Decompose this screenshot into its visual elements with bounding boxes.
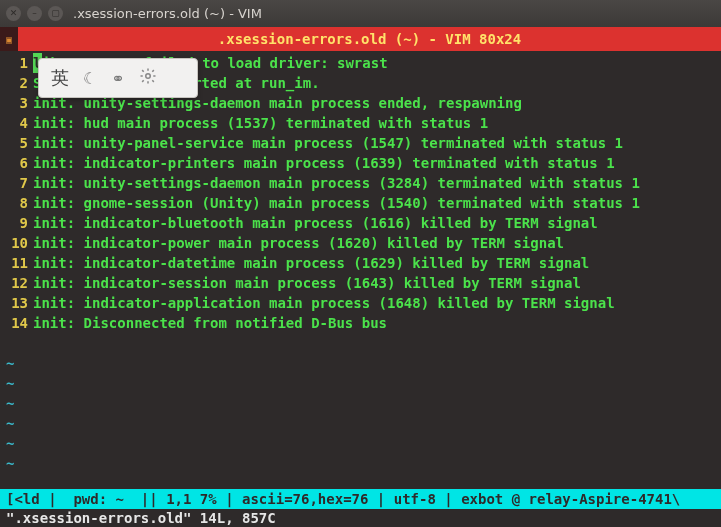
close-icon[interactable]: ✕ xyxy=(6,6,21,21)
tabline-title: .xsession-errors.old (~) - VIM 80x24 xyxy=(18,27,721,51)
line-number: 3 xyxy=(6,93,28,113)
editor-line: 8init: gnome-session (Unity) main proces… xyxy=(6,193,715,213)
moon-icon[interactable]: ☾ xyxy=(83,69,97,88)
line-number: 9 xyxy=(6,213,28,233)
line-text: init: Disconnected from notified D-Bus b… xyxy=(33,313,387,333)
line-number: 10 xyxy=(6,233,28,253)
link-icon[interactable]: ⚭ xyxy=(111,69,124,88)
line-text: init: gnome-session (Unity) main process… xyxy=(33,193,640,213)
window-titlebar: ✕ – ▢ .xsession-errors.old (~) - VIM xyxy=(0,0,721,27)
tilde-icon: ~ xyxy=(6,353,14,373)
tilde-icon: ~ xyxy=(6,393,14,413)
editor-line: 4init: hud main process (1537) terminate… xyxy=(6,113,715,133)
tilde-icon: ~ xyxy=(6,453,14,473)
line-text: init: indicator-printers main process (1… xyxy=(33,153,615,173)
line-number: 7 xyxy=(6,173,28,193)
empty-line: ~ xyxy=(6,453,715,473)
empty-line: ~ xyxy=(6,393,715,413)
window-title: .xsession-errors.old (~) - VIM xyxy=(73,6,262,21)
line-number: 6 xyxy=(6,153,28,173)
editor-line: 13init: indicator-application main proce… xyxy=(6,293,715,313)
line-text: init: indicator-application main process… xyxy=(33,293,615,313)
line-text: init: indicator-session main process (16… xyxy=(33,273,581,293)
editor-line: 10init: indicator-power main process (16… xyxy=(6,233,715,253)
editor-line: 9init: indicator-bluetooth main process … xyxy=(6,213,715,233)
tilde-icon: ~ xyxy=(6,433,14,453)
editor-line: 6init: indicator-printers main process (… xyxy=(6,153,715,173)
tilde-icon: ~ xyxy=(6,413,14,433)
line-number: 14 xyxy=(6,313,28,333)
line-number: 13 xyxy=(6,293,28,313)
line-number: 4 xyxy=(6,113,28,133)
empty-line: ~ xyxy=(6,353,715,373)
tilde-icon: ~ xyxy=(6,373,14,393)
empty-line: ~ xyxy=(6,413,715,433)
line-number: 8 xyxy=(6,193,28,213)
empty-line: ~ xyxy=(6,373,715,393)
editor-area[interactable]: 1libGL error: failed to load driver: swr… xyxy=(0,51,721,489)
line-number: 12 xyxy=(6,273,28,293)
ime-language-indicator[interactable]: 英 xyxy=(51,66,69,90)
tabline-indicator: ▣ xyxy=(0,27,18,51)
line-number: 11 xyxy=(6,253,28,273)
minimize-icon[interactable]: – xyxy=(27,6,42,21)
empty-line: ~ xyxy=(6,433,715,453)
maximize-icon[interactable]: ▢ xyxy=(48,6,63,21)
editor-line: 11init: indicator-datetime main process … xyxy=(6,253,715,273)
editor-line: 5init: unity-panel-service main process … xyxy=(6,133,715,153)
line-text: init: indicator-power main process (1620… xyxy=(33,233,564,253)
line-text: init: hud main process (1537) terminated… xyxy=(33,113,488,133)
gear-icon[interactable] xyxy=(139,67,157,89)
line-text: init: indicator-bluetooth main process (… xyxy=(33,213,598,233)
status-line: [<ld | pwd: ~ || 1,1 7% | ascii=76,hex=7… xyxy=(0,489,721,509)
line-text: init: indicator-datetime main process (1… xyxy=(33,253,589,273)
editor-line: 12init: indicator-session main process (… xyxy=(6,273,715,293)
vim-tabline: ▣ .xsession-errors.old (~) - VIM 80x24 xyxy=(0,27,721,51)
line-number: 2 xyxy=(6,73,28,93)
line-text: init: unity-settings-daemon main process… xyxy=(33,173,640,193)
svg-point-0 xyxy=(146,74,151,79)
ime-toolbar[interactable]: 英 ☾ ⚭ xyxy=(38,58,198,98)
line-number: 5 xyxy=(6,133,28,153)
line-number: 1 xyxy=(6,53,28,73)
editor-line: 7init: unity-settings-daemon main proces… xyxy=(6,173,715,193)
command-line: ".xsession-errors.old" 14L, 857C xyxy=(0,509,721,527)
editor-line: 14init: Disconnected from notified D-Bus… xyxy=(6,313,715,333)
line-text: init: unity-panel-service main process (… xyxy=(33,133,623,153)
